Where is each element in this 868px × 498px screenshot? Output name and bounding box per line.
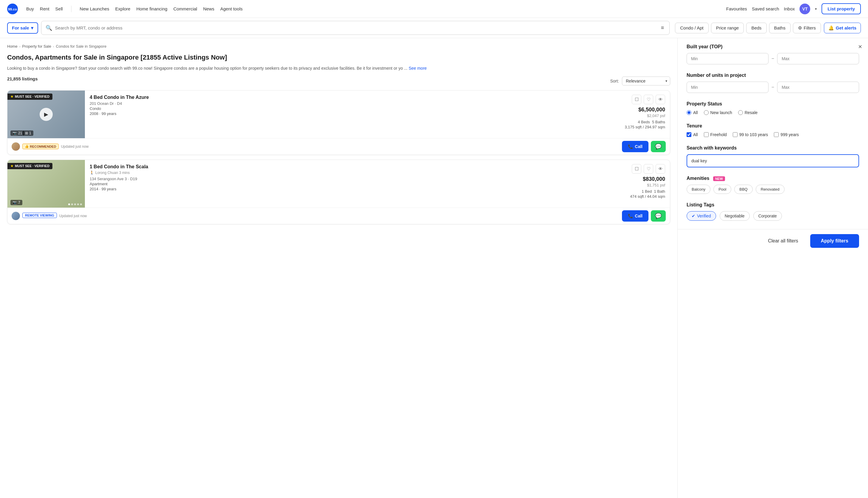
card-footer: 👍 RECOMMENDED Updated just now 📞 Call 💬: [8, 138, 670, 155]
tenure-freehold[interactable]: Freehold: [704, 132, 727, 137]
get-alerts-button[interactable]: 🔔 Get alerts: [824, 23, 861, 34]
camera-icon: 📷: [13, 200, 17, 205]
range-dash: −: [772, 84, 774, 90]
card-title[interactable]: 4 Bed Condo in The Azure: [90, 95, 615, 100]
layout-toggle-icon[interactable]: ≡: [660, 24, 666, 32]
nav-buy[interactable]: Buy: [26, 6, 34, 11]
nav-home-financing[interactable]: Home financing: [136, 6, 167, 11]
navbar: 99.co Buy Rent Sell New Launches Explore…: [0, 0, 868, 18]
avatar-chevron-icon[interactable]: ▾: [815, 7, 817, 11]
card-actions: 📞 Call 💬: [622, 210, 666, 222]
sort-label: Sort:: [610, 79, 619, 83]
nav-sell[interactable]: Sell: [55, 6, 63, 11]
select-checkbox[interactable]: ☐: [632, 95, 641, 104]
tag-corporate[interactable]: Corporate: [753, 211, 782, 221]
built-year-min[interactable]: [687, 53, 768, 64]
amenity-renovated[interactable]: Renovated: [756, 185, 785, 194]
see-more-link[interactable]: See more: [409, 66, 427, 70]
card-agent: 👍 RECOMMENDED Updated just now: [12, 142, 89, 151]
card-footer: REMOTE VIEWING Updated just now 📞 Call 💬: [8, 208, 670, 224]
phone-icon: 📞: [628, 144, 633, 149]
whatsapp-icon: 💬: [655, 143, 661, 150]
sort-select[interactable]: Relevance Price (Low to High) Price (Hig…: [622, 77, 670, 86]
call-label: Call: [635, 213, 643, 218]
card-price-section: ☐ ♡ 👁 $830,000 $1,751 psf 1 Bed 1 Bath 4…: [618, 164, 665, 204]
units-label: Number of units in project: [687, 73, 859, 78]
nav-commercial[interactable]: Commercial: [173, 6, 197, 11]
image-dots: [68, 204, 82, 205]
units-max[interactable]: [777, 82, 859, 93]
call-button[interactable]: 📞 Call: [622, 141, 648, 152]
filters-button[interactable]: ⚙ Filters: [793, 23, 821, 34]
amenity-pool[interactable]: Pool: [713, 185, 731, 194]
tenure-section: Tenure All Freehold 99 to 103 years 999 …: [687, 123, 859, 137]
verified-check-icon: ✔: [692, 213, 695, 218]
card-action-icons: ☐ ♡ 👁: [618, 95, 665, 104]
hide-button[interactable]: 👁: [656, 95, 665, 104]
beds-chip[interactable]: Beds: [746, 23, 766, 34]
tenure-99-103[interactable]: 99 to 103 years: [733, 132, 768, 137]
breadcrumb-home[interactable]: Home: [7, 44, 17, 49]
favourite-button[interactable]: ♡: [644, 95, 653, 104]
filter-chips: Condo / Apt Price range Beds Baths ⚙ Fil…: [675, 23, 821, 34]
nav-news[interactable]: News: [203, 6, 214, 11]
property-status-label: Property Status: [687, 101, 859, 107]
keywords-section: Search with keywords: [687, 145, 859, 167]
whatsapp-button[interactable]: 💬: [651, 141, 666, 152]
tag-verified[interactable]: ✔ Verified: [687, 211, 716, 221]
hide-button[interactable]: 👁: [656, 164, 665, 174]
nav-new-launches[interactable]: New Launches: [80, 6, 109, 11]
close-filter-button[interactable]: ×: [858, 43, 862, 51]
select-checkbox[interactable]: ☐: [632, 164, 641, 174]
status-resale[interactable]: Resale: [738, 110, 758, 115]
list-property-button[interactable]: List property: [821, 3, 861, 14]
photo-count: 📷 7: [10, 200, 22, 205]
user-avatar[interactable]: VT: [800, 3, 810, 14]
agent-avatar: [12, 142, 20, 151]
listing-card: ▶ ★ MUST SEE · VERIFIED 📷 21 ⊞ 1: [7, 90, 670, 155]
status-new-launch[interactable]: New launch: [704, 110, 732, 115]
keywords-input[interactable]: [687, 154, 859, 167]
breadcrumb-current: Condos for Sale in Singapore: [56, 44, 107, 49]
apply-filters-button[interactable]: Apply filters: [810, 234, 859, 248]
property-status-options: All New launch Resale: [687, 110, 859, 115]
breadcrumb-property-for-sale[interactable]: Property for Sale: [22, 44, 51, 49]
tenure-all[interactable]: All: [687, 132, 698, 137]
card-details: 1 Bed Condo in The Scala 🚶 Lorong Chuan …: [90, 164, 615, 204]
price-range-chip[interactable]: Price range: [711, 23, 744, 34]
built-year-section: Built year (TOP) −: [687, 44, 859, 64]
whatsapp-button[interactable]: 💬: [651, 210, 666, 222]
tag-negotiable[interactable]: Negotiable: [720, 211, 750, 221]
nav-saved-search[interactable]: Saved search: [752, 6, 779, 11]
card-image-wrap: ★ MUST SEE · VERIFIED 📷 7: [8, 160, 85, 208]
built-year-max[interactable]: [777, 53, 859, 64]
clear-filters-button[interactable]: Clear all filters: [760, 234, 806, 248]
card-details: 4 Bed Condo in The Azure 201 Ocean Dr · …: [90, 95, 615, 134]
card-title[interactable]: 1 Bed Condo in The Scala: [90, 164, 615, 169]
favourite-button[interactable]: ♡: [644, 164, 653, 174]
logo[interactable]: 99.co: [7, 3, 18, 14]
search-input[interactable]: [55, 25, 657, 30]
status-all[interactable]: All: [687, 110, 698, 115]
nav-agent-tools[interactable]: Agent tools: [220, 6, 242, 11]
card-beds-baths: 4 Beds 5 Baths: [618, 120, 665, 124]
listing-tags-options: ✔ Verified Negotiable Corporate: [687, 211, 859, 221]
tenure-999[interactable]: 999 years: [774, 132, 799, 137]
for-sale-dropdown[interactable]: For sale ▾: [7, 22, 38, 34]
nav-favourites[interactable]: Favourites: [726, 6, 747, 11]
amenity-balcony[interactable]: Balcony: [687, 185, 710, 194]
must-see-badge: ★ MUST SEE · VERIFIED: [8, 163, 52, 169]
get-alerts-label: Get alerts: [836, 25, 856, 30]
amenity-bbq[interactable]: BBQ: [734, 185, 752, 194]
nav-inbox[interactable]: Inbox: [784, 6, 795, 11]
nav-rent[interactable]: Rent: [40, 6, 50, 11]
baths-chip[interactable]: Baths: [769, 23, 791, 34]
condo-apt-chip[interactable]: Condo / Apt: [675, 23, 708, 34]
nav-explore[interactable]: Explore: [115, 6, 130, 11]
play-button[interactable]: ▶: [40, 108, 53, 121]
filters-label: Filters: [804, 25, 816, 30]
card-image-wrap: ▶ ★ MUST SEE · VERIFIED 📷 21 ⊞ 1: [8, 91, 85, 138]
call-button[interactable]: 📞 Call: [622, 210, 648, 222]
units-min[interactable]: [687, 82, 768, 93]
listing-tags-section: Listing Tags ✔ Verified Negotiable Corpo…: [687, 202, 859, 221]
